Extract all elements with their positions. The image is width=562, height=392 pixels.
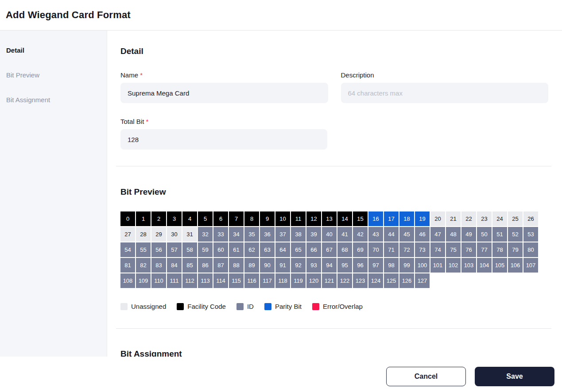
bit-cell-102: 102 <box>446 258 461 273</box>
bit-cell-84: 84 <box>167 258 182 273</box>
bit-cell-97: 97 <box>368 258 383 273</box>
bit-cell-18: 18 <box>399 211 414 226</box>
legend-label: Unassigned <box>131 303 166 310</box>
legend-label: Facility Code <box>187 303 226 310</box>
bit-cell-23: 23 <box>477 211 492 226</box>
bit-cell-32: 32 <box>198 227 213 242</box>
bit-cell-109: 109 <box>136 273 151 288</box>
bit-cell-75: 75 <box>446 242 461 257</box>
name-input[interactable] <box>120 83 328 103</box>
bit-cell-1: 1 <box>136 211 151 226</box>
bit-cell-126: 126 <box>399 273 414 288</box>
description-field-group: Description <box>341 71 549 103</box>
bit-cell-73: 73 <box>415 242 430 257</box>
bit-cell-15: 15 <box>353 211 368 226</box>
sidebar-item-bit-assignment[interactable]: Bit Assignment <box>0 87 107 112</box>
bit-cell-42: 42 <box>353 227 368 242</box>
bit-cell-24: 24 <box>492 211 507 226</box>
bit-cell-68: 68 <box>337 242 352 257</box>
bit-cell-46: 46 <box>415 227 430 242</box>
bit-cell-21: 21 <box>446 211 461 226</box>
bit-cell-123: 123 <box>353 273 368 288</box>
sidebar-item-bit-preview[interactable]: Bit Preview <box>0 62 107 87</box>
legend-item-unassigned: Unassigned <box>120 303 166 310</box>
bit-cell-43: 43 <box>368 227 383 242</box>
bit-cell-17: 17 <box>384 211 399 226</box>
legend-swatch-error <box>312 303 319 310</box>
bit-cell-10: 10 <box>275 211 290 226</box>
sidebar-item-detail[interactable]: Detail <box>0 38 107 62</box>
bit-cell-34: 34 <box>229 227 244 242</box>
bit-cell-85: 85 <box>182 258 197 273</box>
detail-section-heading: Detail <box>120 46 548 56</box>
bit-cell-106: 106 <box>508 258 523 273</box>
bit-cell-114: 114 <box>213 273 228 288</box>
section-divider <box>116 166 551 166</box>
bit-cell-47: 47 <box>430 227 445 242</box>
legend-item-parity: Parity Bit <box>264 303 302 310</box>
bit-cell-12: 12 <box>306 211 321 226</box>
bit-cell-74: 74 <box>430 242 445 257</box>
bit-cell-49: 49 <box>461 227 476 242</box>
page-body: DetailBit PreviewBit Assignment Detail N… <box>0 31 562 357</box>
save-button[interactable]: Save <box>475 367 554 386</box>
total-bit-field-group: Total Bit * <box>120 118 327 150</box>
bit-cell-82: 82 <box>136 258 151 273</box>
bit-cell-117: 117 <box>260 273 275 288</box>
bit-cell-79: 79 <box>508 242 523 257</box>
bit-preview-section-heading: Bit Preview <box>120 187 548 197</box>
bit-cell-83: 83 <box>151 258 166 273</box>
bit-cell-59: 59 <box>198 242 213 257</box>
bit-cell-118: 118 <box>275 273 290 288</box>
bit-cell-62: 62 <box>244 242 259 257</box>
bit-cell-56: 56 <box>151 242 166 257</box>
bit-cell-28: 28 <box>136 227 151 242</box>
total-bit-label: Total Bit * <box>120 118 327 125</box>
bit-cell-66: 66 <box>306 242 321 257</box>
bit-cell-0: 0 <box>120 211 135 226</box>
legend-item-error: Error/Overlap <box>312 303 363 310</box>
page-title: Add Wiegand Card Format <box>6 9 131 21</box>
bit-cell-22: 22 <box>461 211 476 226</box>
bit-cell-76: 76 <box>461 242 476 257</box>
bit-cell-51: 51 <box>492 227 507 242</box>
sidebar: DetailBit PreviewBit Assignment <box>0 31 107 357</box>
bit-cell-63: 63 <box>260 242 275 257</box>
main-content: Detail Name * Description Total Bit * <box>107 31 562 357</box>
bit-cell-127: 127 <box>415 273 430 288</box>
bit-cell-27: 27 <box>120 227 135 242</box>
bit-cell-6: 6 <box>213 211 228 226</box>
bit-cell-58: 58 <box>182 242 197 257</box>
description-label: Description <box>341 71 549 79</box>
legend-item-facility: Facility Code <box>177 303 226 310</box>
bit-cell-25: 25 <box>508 211 523 226</box>
bit-cell-124: 124 <box>368 273 383 288</box>
bit-cell-107: 107 <box>523 258 538 273</box>
bit-cell-35: 35 <box>244 227 259 242</box>
legend-label: Error/Overlap <box>323 303 363 310</box>
bit-cell-39: 39 <box>306 227 321 242</box>
detail-fields-row-1: Name * Description <box>120 71 548 103</box>
bit-cell-119: 119 <box>291 273 306 288</box>
bit-preview-grid: 0123456789101112131415161718192021222324… <box>120 211 538 288</box>
bit-cell-99: 99 <box>399 258 414 273</box>
page-header: Add Wiegand Card Format <box>0 0 562 31</box>
description-input[interactable] <box>341 83 549 103</box>
bit-cell-3: 3 <box>167 211 182 226</box>
bit-cell-33: 33 <box>213 227 228 242</box>
legend-label: ID <box>247 303 254 310</box>
bit-cell-122: 122 <box>337 273 352 288</box>
bit-cell-89: 89 <box>244 258 259 273</box>
bit-cell-91: 91 <box>275 258 290 273</box>
bit-cell-20: 20 <box>430 211 445 226</box>
bit-cell-48: 48 <box>446 227 461 242</box>
bit-cell-69: 69 <box>353 242 368 257</box>
bit-cell-5: 5 <box>198 211 213 226</box>
bit-cell-92: 92 <box>291 258 306 273</box>
bit-cell-115: 115 <box>229 273 244 288</box>
bit-cell-100: 100 <box>415 258 430 273</box>
bit-cell-94: 94 <box>322 258 337 273</box>
total-bit-input[interactable] <box>120 129 327 150</box>
legend-swatch-facility <box>177 303 184 310</box>
cancel-button[interactable]: Cancel <box>386 367 466 386</box>
